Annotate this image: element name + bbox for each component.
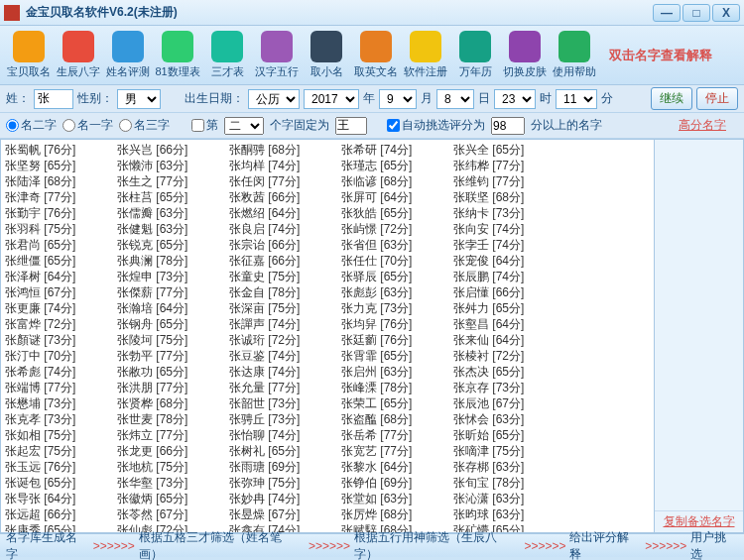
name-item[interactable]: 张绁僵 [65分]: [5, 253, 117, 269]
minimize-button[interactable]: —: [653, 4, 681, 22]
name-item[interactable]: 张金自 [78分]: [229, 284, 341, 300]
name-item[interactable]: 张沁潇 [63分]: [453, 491, 565, 506]
name-item[interactable]: 张昱燥 [67分]: [229, 506, 341, 522]
name-item[interactable]: 张屿憬 [72分]: [341, 221, 453, 237]
auto-check[interactable]: 自动挑选评分为: [387, 117, 485, 134]
name-item[interactable]: 张辰池 [67分]: [453, 395, 565, 411]
stop-button[interactable]: 停止: [696, 87, 738, 110]
toolbar-使用帮助[interactable]: 使用帮助: [550, 28, 599, 83]
fixed-char-input[interactable]: [335, 117, 367, 135]
name-item[interactable]: 张泽树 [64分]: [5, 269, 117, 284]
name-item[interactable]: 张辰鹏 [74分]: [453, 269, 565, 284]
name-item[interactable]: 张均舁 [76分]: [341, 316, 453, 332]
name-item[interactable]: 张克孝 [73分]: [5, 411, 117, 427]
continue-button[interactable]: 继续: [651, 87, 692, 110]
name-item[interactable]: 张傑薪 [77分]: [117, 284, 229, 300]
name-item[interactable]: 张燃绍 [64分]: [229, 205, 341, 221]
name-item[interactable]: 张端博 [77分]: [5, 380, 117, 395]
name-item[interactable]: 张京存 [73分]: [453, 380, 565, 395]
name-item[interactable]: 张启州 [63分]: [341, 364, 453, 380]
gender-select[interactable]: 男: [117, 89, 161, 109]
toolbar-姓名评测[interactable]: 姓名评测: [103, 28, 153, 83]
minute-select[interactable]: 11: [556, 89, 597, 109]
name-item[interactable]: 张岳希 [77分]: [341, 427, 453, 443]
name-item[interactable]: 张世麦 [78分]: [117, 411, 229, 427]
name-item[interactable]: 张宠俊 [64分]: [453, 253, 565, 269]
name-item[interactable]: 张豆鉴 [74分]: [229, 348, 341, 364]
name-item[interactable]: 张允量 [77分]: [229, 380, 341, 395]
name-item[interactable]: 张希彪 [74分]: [5, 364, 117, 380]
name-item[interactable]: 张瑾志 [65分]: [341, 158, 453, 173]
name-item[interactable]: 张玉远 [76分]: [5, 459, 117, 475]
name-item[interactable]: 张兴全 [65分]: [453, 142, 565, 158]
name-item[interactable]: 张坚努 [65分]: [5, 158, 117, 173]
name-item[interactable]: 张酮骋 [68分]: [229, 142, 341, 158]
name-item[interactable]: 张童史 [75分]: [229, 269, 341, 284]
name-item[interactable]: 张鸿恒 [67分]: [5, 284, 117, 300]
name-item[interactable]: 张维钧 [77分]: [453, 173, 565, 189]
name-item[interactable]: 张苓然 [67分]: [117, 506, 229, 522]
name-item[interactable]: 张君尚 [65分]: [5, 237, 117, 253]
name-item[interactable]: 张舛力 [65分]: [453, 300, 565, 316]
name-item[interactable]: 张昀球 [63分]: [453, 506, 565, 522]
name-item[interactable]: 张龙更 [66分]: [117, 443, 229, 459]
name-item[interactable]: 张堂如 [63分]: [341, 491, 453, 506]
name-item[interactable]: 张钢舟 [65分]: [117, 316, 229, 332]
day-select[interactable]: 8: [436, 89, 474, 109]
name-item[interactable]: 张壑昌 [64分]: [453, 316, 565, 332]
name-item[interactable]: 张树礼 [65分]: [229, 443, 341, 459]
name-item[interactable]: 张蜀帆 [76分]: [5, 142, 117, 158]
name-item[interactable]: 张健魁 [63分]: [117, 221, 229, 237]
name-item[interactable]: 张宗诒 [66分]: [229, 237, 341, 253]
name-list[interactable]: 张蜀帆 [76分]张兴岂 [66分]张酮骋 [68分]张希研 [74分]张兴全 …: [0, 139, 655, 533]
name-item[interactable]: 张良启 [74分]: [229, 221, 341, 237]
name-item[interactable]: 张启懂 [66分]: [453, 284, 565, 300]
name-item[interactable]: 张雨瑭 [69分]: [229, 459, 341, 475]
toolbar-汉字五行[interactable]: 汉字五行: [252, 28, 302, 83]
name-item[interactable]: 张勃平 [77分]: [117, 348, 229, 364]
name-item[interactable]: 张典澜 [78分]: [117, 253, 229, 269]
toolbar-万年历[interactable]: 万年历: [450, 28, 500, 83]
name-item[interactable]: 张征嘉 [66分]: [229, 253, 341, 269]
name-item[interactable]: 张任闵 [77分]: [229, 173, 341, 189]
name-item[interactable]: 张廷藰 [76分]: [341, 332, 453, 348]
name-item[interactable]: 张存梆 [63分]: [453, 459, 565, 475]
name-item[interactable]: 张省但 [63分]: [341, 237, 453, 253]
month-select[interactable]: 9: [379, 89, 417, 109]
toolbar-取小名[interactable]: 取小名: [302, 28, 351, 83]
toolbar-取英文名[interactable]: 取英文名: [351, 28, 401, 83]
maximize-button[interactable]: □: [682, 4, 710, 22]
name-item[interactable]: 张弥珅 [75分]: [229, 475, 341, 491]
name-item[interactable]: 张均样 [74分]: [229, 158, 341, 173]
toolbar-切换皮肤[interactable]: 切换皮肤: [500, 28, 550, 83]
toolbar-81数理表[interactable]: 81数理表: [153, 28, 202, 83]
name-item[interactable]: 张勤宇 [76分]: [5, 205, 117, 221]
name-item[interactable]: 张怡聊 [74分]: [229, 427, 341, 443]
name-item[interactable]: 张盗醢 [68分]: [341, 411, 453, 427]
radio-two[interactable]: 名二字: [6, 117, 57, 134]
name-item[interactable]: 张来仙 [64分]: [453, 332, 565, 348]
name-item[interactable]: 张陆泽 [68分]: [5, 173, 117, 189]
name-item[interactable]: 张锐克 [65分]: [117, 237, 229, 253]
toolbar-软件注册[interactable]: 软件注册: [401, 28, 450, 83]
name-item[interactable]: 张柱莒 [65分]: [117, 189, 229, 205]
name-item[interactable]: 张峰溧 [78分]: [341, 380, 453, 395]
name-item[interactable]: 张联坚 [68分]: [453, 189, 565, 205]
name-item[interactable]: 张屏可 [64分]: [341, 189, 453, 205]
name-item[interactable]: 张向安 [74分]: [453, 221, 565, 237]
name-item[interactable]: 张譂声 [74分]: [229, 316, 341, 332]
name-item[interactable]: 张兴岂 [66分]: [117, 142, 229, 158]
name-item[interactable]: 张妙冉 [74分]: [229, 491, 341, 506]
name-item[interactable]: 张临谚 [68分]: [341, 173, 453, 189]
name-item[interactable]: 张怵会 [63分]: [453, 411, 565, 427]
name-item[interactable]: 张彪彭 [63分]: [341, 284, 453, 300]
year-select[interactable]: 2017: [304, 89, 359, 109]
name-item[interactable]: 张瀚培 [64分]: [117, 300, 229, 316]
name-item[interactable]: 张旬宝 [78分]: [453, 475, 565, 491]
name-item[interactable]: 张厉烨 [68分]: [341, 506, 453, 522]
toolbar-三才表[interactable]: 三才表: [202, 28, 252, 83]
toolbar-生辰八字[interactable]: 生辰八字: [54, 28, 103, 83]
name-item[interactable]: 张宽艺 [77分]: [341, 443, 453, 459]
name-item[interactable]: 张汀中 [70分]: [5, 348, 117, 364]
name-item[interactable]: 张津奇 [77分]: [5, 189, 117, 205]
